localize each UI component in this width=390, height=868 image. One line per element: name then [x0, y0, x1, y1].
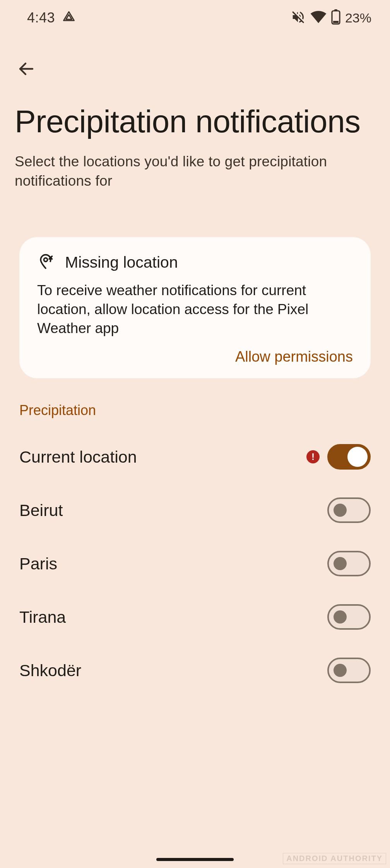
allow-permissions-button[interactable]: Allow permissions: [235, 349, 353, 365]
status-time: 4:43: [27, 10, 55, 26]
list-item-tirana[interactable]: Tirana: [19, 590, 371, 644]
page-header: Precipitation notifications Select the l…: [0, 31, 390, 191]
page-subtitle: Select the locations you'd like to get p…: [15, 152, 371, 191]
location-off-icon: [37, 253, 54, 272]
status-bar: 4:43 23%: [0, 0, 390, 31]
toggle-paris[interactable]: [327, 551, 371, 576]
missing-location-card: Missing location To receive weather noti…: [19, 237, 371, 378]
card-body: To receive weather notifications for cur…: [37, 281, 353, 338]
list-item-label: Shkodër: [19, 661, 81, 680]
toggle-tirana[interactable]: [327, 604, 371, 630]
list-item-beirut[interactable]: Beirut: [19, 484, 371, 537]
status-right: 23%: [290, 9, 371, 27]
svg-rect-1: [334, 9, 337, 11]
list-item-paris[interactable]: Paris: [19, 537, 371, 590]
toggle-shkoder[interactable]: [327, 658, 371, 683]
card-header: Missing location: [37, 253, 353, 272]
location-list: Current location ! Beirut Paris Tirana S…: [0, 419, 390, 697]
arrow-left-icon: [17, 60, 36, 78]
drive-icon: [62, 10, 76, 26]
battery-percent: 23%: [345, 10, 371, 26]
battery-icon: [331, 9, 340, 26]
section-label-precipitation: Precipitation: [0, 378, 390, 419]
list-item-label: Paris: [19, 554, 57, 573]
watermark: ANDROID AUTHORITY: [283, 853, 386, 864]
list-item-label: Current location: [19, 448, 137, 466]
list-item-label: Beirut: [19, 501, 63, 520]
list-item-shkoder[interactable]: Shkodër: [19, 644, 371, 697]
toggle-beirut[interactable]: [327, 497, 371, 523]
toggle-current-location[interactable]: [327, 444, 371, 470]
card-title: Missing location: [65, 253, 178, 272]
error-icon: !: [306, 450, 320, 463]
page-title: Precipitation notifications: [15, 103, 371, 140]
mute-icon: [290, 9, 306, 26]
list-item-current-location[interactable]: Current location !: [19, 430, 371, 484]
svg-point-4: [44, 258, 47, 261]
svg-rect-2: [333, 21, 339, 23]
status-left: 4:43: [27, 10, 76, 26]
wifi-icon: [310, 9, 327, 27]
list-item-label: Tirana: [19, 608, 66, 627]
back-button[interactable]: [15, 57, 38, 80]
navigation-handle[interactable]: [156, 858, 234, 861]
